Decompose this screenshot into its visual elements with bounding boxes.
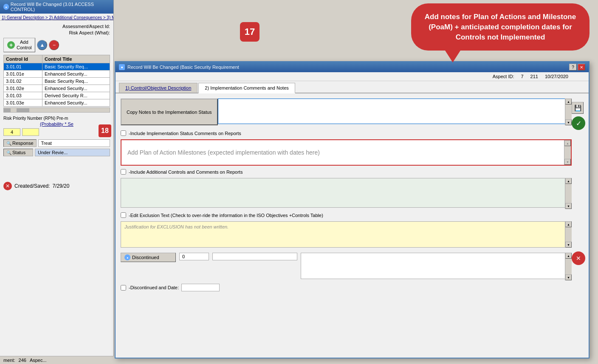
- inner-titlebar-text: Record Will Be Changed (Basic Security R…: [127, 65, 239, 70]
- discontinued-row: ● Discontinued ▲ ▼: [121, 253, 572, 280]
- cell-id: 3.01.02: [4, 78, 42, 85]
- bottom-bar: ment: 246 Aspec...: [0, 356, 114, 364]
- inner-titlebar-left: ■ Record Will Be Changed (Basic Security…: [119, 64, 239, 70]
- status-value: Under Revie...: [35, 149, 110, 156]
- left-panel: Assessment/Aspect Id: Risk Aspect (What)…: [0, 20, 113, 194]
- response-row: 🔍 Response Treat: [3, 139, 110, 147]
- close-left-button[interactable]: ✕: [3, 182, 12, 190]
- cell-id: 3.01.03e: [4, 99, 42, 107]
- save-button[interactable]: 💾: [572, 102, 584, 114]
- table-row[interactable]: 3.01.01 Basic Security Req...: [4, 63, 110, 71]
- cell-id: 3.01.03: [4, 92, 42, 99]
- add-control-label: Add Control: [17, 40, 31, 51]
- poam-placeholder: Add Plan of Action Milestones (expected …: [127, 149, 320, 156]
- cell-title: Enhanced Security...: [42, 71, 110, 78]
- control-table: Control Id Control Title 3.01.01 Basic S…: [3, 55, 110, 107]
- table-row[interactable]: 3.01.02e Enhanced Security...: [4, 85, 110, 92]
- table-row[interactable]: 3.01.01e Enhanced Security...: [4, 71, 110, 78]
- response-value: Treat: [38, 139, 110, 147]
- col-header-id: Control Id: [4, 55, 42, 63]
- status-button[interactable]: 🔍 Status: [3, 149, 33, 156]
- discontinued-right-area: ▲ ▼: [301, 253, 572, 280]
- outer-titlebar-text: Record Will Be Changed (3.01 ACCESS CONT…: [11, 2, 110, 12]
- tab-control-description[interactable]: 1) Control/Objective Description: [119, 83, 197, 93]
- close-dialog-button[interactable]: ✕: [578, 64, 585, 71]
- search-icon: 🔍: [6, 141, 11, 146]
- created-label: Created/Saved:: [14, 183, 50, 189]
- aspect-id-row: Aspect ID: 7 211 10/27/2020: [116, 72, 589, 81]
- plus-icon: +: [7, 41, 15, 49]
- annotation-text: Add notes for Plan of Actions and Milest…: [425, 13, 576, 41]
- rpn-empty-box: [22, 128, 39, 136]
- assessment-label: Assessment/Aspect Id:: [3, 24, 110, 29]
- rpn-title: Risk Priority Number (RPN) Pre-m: [3, 116, 110, 121]
- inner-dialog: ■ Record Will Be Changed (Basic Security…: [115, 61, 590, 358]
- rpn-section: Risk Priority Number (RPN) Pre-m (Probab…: [3, 116, 110, 136]
- checkbox-row-3: -Edit Exclusion Text (Check to over-ride…: [121, 212, 572, 218]
- rpn-subtitle[interactable]: (Probability * Se: [3, 121, 110, 127]
- bottom-label2: Aspec...: [30, 358, 47, 363]
- discontinued-icon: ●: [124, 254, 130, 260]
- notes-row: Copy Notes to the Implementation Status …: [121, 99, 572, 125]
- checkbox-exclusion-label: -Edit Exclusion Text (Check to over-ride…: [129, 213, 323, 218]
- add-control-button[interactable]: + Add Control: [3, 38, 35, 52]
- notes-textarea-wrapper: ▲ ▼: [218, 99, 572, 125]
- exclusion-area: Justification for EXCLUSION has not been…: [121, 221, 572, 248]
- response-button[interactable]: 🔍 Response: [3, 139, 37, 147]
- aspect-id-val1: 7: [521, 74, 523, 79]
- table-row[interactable]: 3.01.02 Basic Security Req...: [4, 78, 110, 85]
- discontinued-date-row: -Discontinued and Date:: [121, 284, 572, 291]
- bottom-value1: 246: [19, 358, 26, 363]
- cell-title: Derived Security R...: [42, 92, 110, 99]
- aspect-id-label: Aspect ID:: [493, 74, 514, 79]
- confirm-button[interactable]: ✓: [572, 116, 585, 130]
- copy-notes-button[interactable]: Copy Notes to the Implementation Status: [121, 99, 218, 125]
- discontinued-value-input[interactable]: [179, 253, 209, 260]
- table-scrollbar[interactable]: [3, 107, 110, 113]
- table-row[interactable]: 3.01.03 Derived Security R...: [4, 92, 110, 99]
- discontinued-button[interactable]: ● Discontinued: [121, 253, 176, 262]
- titlebar-buttons: ? ✕: [569, 64, 585, 71]
- outer-titlebar: ● Record Will Be Changed (3.01 ACCESS CO…: [0, 0, 113, 14]
- cell-title: Basic Security Req...: [42, 63, 110, 71]
- nav-tabs[interactable]: 1) General Description > 2) Additional C…: [0, 14, 113, 20]
- annotation-arrow: [445, 51, 460, 62]
- search-icon: 🔍: [6, 150, 11, 155]
- notes-textarea[interactable]: [218, 99, 572, 124]
- aspect-id-val2: 211: [530, 74, 538, 79]
- outer-window: ● Record Will Be Changed (3.01 ACCESS CO…: [0, 0, 114, 364]
- checkbox-impl-status[interactable]: [121, 130, 126, 136]
- help-button[interactable]: ?: [569, 64, 577, 71]
- delete-button[interactable]: −: [49, 40, 59, 50]
- checkbox-add-controls[interactable]: [121, 169, 126, 175]
- tab-implementation-notes[interactable]: 2) Implementation Comments and Notes: [198, 83, 295, 93]
- status-row: 🔍 Status Under Revie...: [3, 149, 110, 156]
- bottom-label1: ment:: [3, 358, 15, 363]
- created-row: ✕ Created/Saved: 7/29/20: [3, 182, 110, 190]
- discontinued-date-input[interactable]: [181, 284, 220, 291]
- badge-18: 18: [99, 124, 111, 137]
- annotation-bubble: Add notes for Plan of Actions and Milest…: [411, 3, 590, 51]
- additional-controls-textarea[interactable]: [121, 178, 572, 208]
- discontinued-notes-textarea[interactable]: [301, 253, 572, 279]
- col-header-title: Control Title: [42, 55, 110, 63]
- right-buttons: 💾 ✓ ✕: [570, 100, 587, 267]
- outer-titlebar-icon: ●: [3, 4, 9, 10]
- additional-controls-wrapper: ▲ ▼: [121, 178, 572, 209]
- checkbox-exclusion[interactable]: [121, 212, 126, 218]
- inner-titlebar-icon: ■: [119, 64, 125, 70]
- cancel-button[interactable]: ✕: [572, 251, 585, 265]
- cell-id: 3.01.01: [4, 63, 42, 71]
- table-row[interactable]: 3.01.03e Enhanced Security...: [4, 99, 110, 107]
- checkbox-row-2: -Include Additional Controls and Comment…: [121, 169, 572, 175]
- tab-bar: 1) Control/Objective Description 2) Impl…: [116, 81, 589, 93]
- discontinued-label: Discontinued: [132, 255, 159, 260]
- cell-title: Enhanced Security...: [42, 99, 110, 107]
- button-row: + Add Control ▲ −: [3, 38, 110, 52]
- created-value: 7/29/20: [52, 183, 69, 189]
- discontinued-notes-input[interactable]: [212, 253, 297, 260]
- cell-title: Enhanced Security...: [42, 85, 110, 92]
- exclusion-wrapper: Justification for EXCLUSION has not been…: [121, 221, 572, 248]
- up-arrow-button[interactable]: ▲: [37, 40, 47, 50]
- checkbox-discontinued-date[interactable]: [121, 285, 126, 291]
